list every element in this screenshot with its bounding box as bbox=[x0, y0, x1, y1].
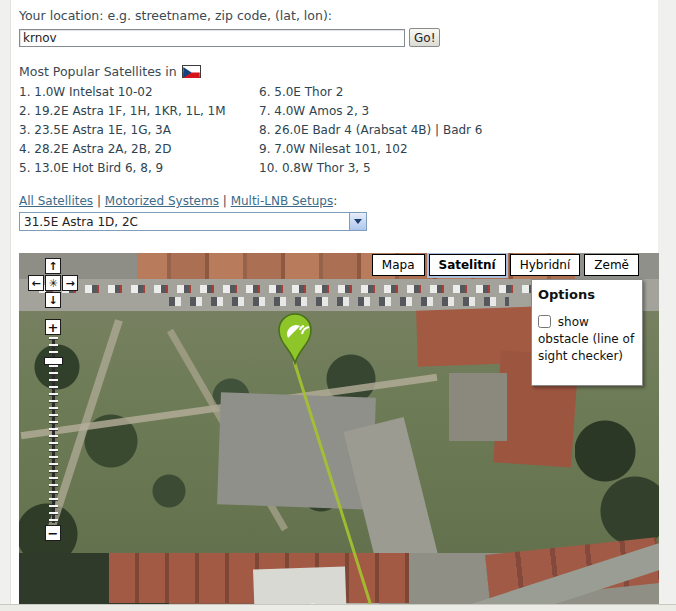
satellite-item[interactable]: 7. 4.0W Amos 2, 3 bbox=[259, 102, 483, 121]
link-separator: | bbox=[97, 194, 101, 208]
location-input[interactable] bbox=[19, 29, 405, 47]
location-row: Go! bbox=[19, 28, 658, 47]
pan-up-button[interactable]: ↑ bbox=[45, 258, 61, 274]
satellite-select-value: 31.5E Astra 1D, 2C bbox=[20, 215, 349, 229]
satellite-item[interactable]: 10. 0.8W Thor 3, 5 bbox=[259, 159, 483, 178]
arrow-up-icon: ↑ bbox=[48, 261, 57, 272]
show-obstacle-checkbox[interactable] bbox=[538, 315, 551, 328]
dish-marker[interactable] bbox=[276, 313, 314, 365]
czech-flag-icon bbox=[182, 65, 201, 78]
plus-icon: + bbox=[48, 321, 59, 334]
map-terrain-patch bbox=[449, 373, 507, 441]
arrow-right-icon: → bbox=[65, 278, 74, 289]
satellite-item[interactable]: 1. 1.0W Intelsat 10-02 bbox=[19, 83, 259, 102]
satellite-item[interactable]: 5. 13.0E Hot Bird 6, 8, 9 bbox=[19, 159, 259, 178]
map-type-hybridni-button[interactable]: Hybridní bbox=[510, 254, 581, 276]
minus-icon: − bbox=[48, 527, 59, 540]
map-type-satelitni-button[interactable]: Satelitní bbox=[429, 254, 506, 276]
satellite-item[interactable]: 3. 23.5E Astra 1E, 1G, 3A bbox=[19, 121, 259, 140]
map-terrain-patch bbox=[39, 285, 559, 293]
content-panel: Your location: e.g. streetname, zip code… bbox=[10, 0, 658, 604]
satellite-filter-links: All Satellites | Motorized Systems | Mul… bbox=[19, 194, 658, 208]
multi-lnb-setups-link[interactable]: Multi-LNB Setups bbox=[231, 194, 334, 208]
map-type-mapa-button[interactable]: Mapa bbox=[372, 254, 425, 276]
go-button[interactable]: Go! bbox=[409, 28, 440, 47]
location-label: Your location: e.g. streetname, zip code… bbox=[19, 8, 658, 23]
link-separator: | bbox=[223, 194, 227, 208]
pan-down-button[interactable]: ↓ bbox=[45, 292, 61, 308]
motorized-systems-link[interactable]: Motorized Systems bbox=[105, 194, 219, 208]
arrow-left-icon: ← bbox=[31, 278, 40, 289]
satellite-column-left: 1. 1.0W Intelsat 10-02 2. 19.2E Astra 1F… bbox=[19, 83, 259, 178]
satellite-column-right: 6. 5.0E Thor 2 7. 4.0W Amos 2, 3 8. 26.0… bbox=[259, 83, 483, 178]
chevron-down-icon bbox=[354, 219, 362, 224]
show-obstacle-label: show obstacle (line of sight checker) bbox=[538, 315, 634, 363]
all-satellites-link[interactable]: All Satellites bbox=[19, 194, 93, 208]
map-terrain-patch bbox=[169, 297, 509, 306]
show-obstacle-option: show obstacle (line of sight checker) bbox=[538, 314, 636, 365]
map-type-buttons: Mapa Satelitní Hybridní Země bbox=[372, 254, 639, 276]
satellite-item[interactable]: 8. 26.0E Badr 4 (Arabsat 4B) | Badr 6 bbox=[259, 121, 483, 140]
zoom-slider-handle[interactable] bbox=[44, 357, 63, 365]
popular-satellites-list: 1. 1.0W Intelsat 10-02 2. 19.2E Astra 1F… bbox=[19, 83, 658, 178]
options-panel: Options show obstacle (line of sight che… bbox=[531, 279, 643, 386]
pan-left-button[interactable]: ← bbox=[28, 275, 44, 291]
filter-colon: : bbox=[333, 194, 337, 208]
satellite-item[interactable]: 4. 28.2E Astra 2A, 2B, 2D bbox=[19, 140, 259, 159]
pan-center-button[interactable]: ✳ bbox=[45, 275, 61, 291]
zoom-out-button[interactable]: − bbox=[45, 525, 61, 541]
satellite-item[interactable]: 2. 19.2E Astra 1F, 1H, 1KR, 1L, 1M bbox=[19, 102, 259, 121]
arrow-down-icon: ↓ bbox=[48, 295, 57, 306]
pan-right-button[interactable]: → bbox=[62, 275, 78, 291]
zoom-in-button[interactable]: + bbox=[45, 319, 61, 335]
map-type-zeme-button[interactable]: Země bbox=[584, 254, 639, 276]
satellite-item[interactable]: 6. 5.0E Thor 2 bbox=[259, 83, 483, 102]
center-reset-icon: ✳ bbox=[48, 278, 57, 289]
popular-satellites-heading: Most Popular Satellites in bbox=[19, 64, 658, 79]
select-dropdown-button[interactable] bbox=[349, 213, 366, 230]
satellite-item[interactable]: 9. 7.0W Nilesat 101, 102 bbox=[259, 140, 483, 159]
page-bottom-strip bbox=[0, 604, 676, 611]
satellite-select[interactable]: 31.5E Astra 1D, 2C bbox=[19, 212, 367, 231]
options-title: Options bbox=[538, 287, 636, 302]
popular-satellites-heading-text: Most Popular Satellites in bbox=[19, 64, 177, 79]
satellite-map[interactable]: Google ↑ ← ✳ → ↓ + − Mapa Satelitní Hy bbox=[19, 253, 659, 611]
